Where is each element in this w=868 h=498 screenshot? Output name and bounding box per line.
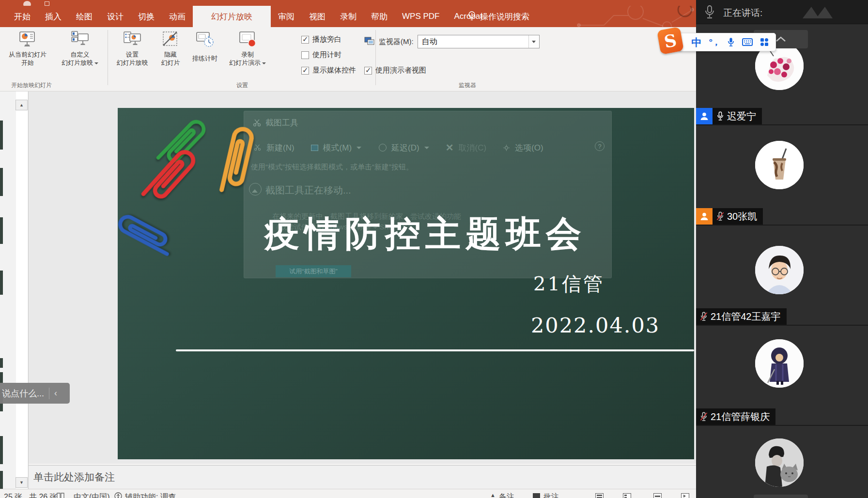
participant-tile[interactable]: 21信管薛银庆	[696, 325, 868, 425]
cancel-x-icon: ✕	[446, 142, 454, 153]
slide-title: 疫情防控主题班会	[234, 211, 617, 258]
tab-review[interactable]: 审阅	[271, 6, 302, 27]
checkbox-label: 显示媒体控件	[312, 66, 356, 75]
speech-input-placeholder[interactable]: 说点什么...	[2, 388, 44, 399]
thumbnail-pane[interactable]: ▲ ▼	[0, 91, 29, 489]
normal-view-icon[interactable]	[595, 493, 604, 498]
snipping-hint-text: 使用“模式”按钮选择截图模式，或单击“新建”按钮。	[251, 163, 413, 172]
show-media-controls-checkbox[interactable]: 显示媒体控件	[301, 66, 356, 75]
accessibility-status[interactable]: 辅助功能: 调查	[125, 492, 176, 498]
host-badge-orange	[696, 208, 713, 225]
title-bar	[0, 0, 696, 6]
record-slideshow-button[interactable]: 录制幻灯片演示	[223, 29, 272, 79]
dropdown-arrow-icon[interactable]	[528, 35, 539, 48]
person-icon	[699, 211, 709, 221]
use-presenter-view-checkbox[interactable]: 使用演示者视图	[364, 66, 426, 75]
button-label: 幻灯片放映	[117, 59, 148, 66]
accessibility-icon	[114, 492, 122, 498]
group-label-start-slideshow: 开始放映幻灯片	[5, 81, 58, 90]
play-narrations-checkbox[interactable]: 播放旁白	[301, 35, 341, 44]
status-bar: 25 张 共 26 张 中文(中国) 辅助功能: 调查 ▲ 备注 批注	[0, 489, 696, 498]
spellcheck-book-icon[interactable]	[56, 492, 65, 498]
tab-animations[interactable]: 动画	[162, 6, 193, 27]
checkbox-icon[interactable]	[364, 67, 372, 75]
ime-mode-chinese[interactable]: 中	[691, 37, 701, 47]
participant-tile[interactable]: 30张凯	[696, 124, 868, 225]
start-from-current-slide-button[interactable]: 从当前幻灯片开始	[3, 29, 52, 79]
snipping-moving-title: 截图工具正在移动...	[265, 184, 351, 197]
ime-keyboard-icon[interactable]	[742, 38, 753, 46]
collapse-chevron-icon[interactable]: ‹	[54, 388, 57, 398]
button-label: 幻灯片	[161, 59, 180, 66]
tab-view[interactable]: 视图	[302, 6, 333, 27]
button-label: 开始	[21, 59, 34, 66]
button-label: 幻灯片演示	[229, 59, 261, 66]
thumbnail-scroll-track[interactable]	[16, 91, 28, 489]
custom-slideshow-icon	[71, 30, 89, 48]
start-from-current-icon	[18, 30, 37, 48]
comments-toggle[interactable]: 批注	[543, 492, 559, 498]
options-button: 选项(O)	[515, 142, 543, 153]
checkbox-icon[interactable]	[301, 51, 309, 59]
mic-muted-icon	[716, 211, 724, 222]
quick-access-save-icon[interactable]	[45, 1, 49, 6]
participant-name: 21信管42王嘉宇	[711, 310, 781, 323]
slide-sorter-view-icon[interactable]	[623, 493, 631, 498]
tab-transitions[interactable]: 切换	[131, 6, 162, 27]
screen: 开始 插入 绘图 设计 切换 动画 幻灯片放映 审阅 视图 录制 帮助 WPS …	[0, 0, 868, 498]
rehearse-timings-button[interactable]: 排练计时	[188, 29, 222, 79]
reading-view-icon[interactable]	[653, 493, 662, 498]
sogou-logo-icon[interactable]: S	[657, 27, 684, 55]
notes-toggle-arrow-icon[interactable]: ▲	[490, 492, 496, 498]
notes-placeholder[interactable]: 单击此处添加备注	[33, 470, 115, 484]
scroll-up-arrow[interactable]: ▲	[16, 100, 28, 110]
thumbnail-edge	[0, 121, 3, 150]
slide-canvas[interactable]: 截图工具 新建(N) 模式(M) 延迟(D) ✕	[118, 108, 694, 459]
checkbox-icon[interactable]	[301, 36, 309, 44]
speech-input-bubble[interactable]: 说点什么... ‹	[0, 383, 70, 404]
ime-punctuation-icon[interactable]: °，	[709, 36, 720, 48]
tab-design[interactable]: 设计	[100, 6, 131, 27]
slide-subtitle-class: 21信管	[533, 271, 604, 297]
scroll-down-tiles-button[interactable]	[754, 495, 808, 498]
slideshow-view-icon[interactable]	[681, 493, 689, 498]
tell-me-search[interactable]: 操作说明搜索	[467, 6, 529, 27]
checkbox-icon[interactable]	[301, 67, 309, 75]
tab-record[interactable]: 录制	[333, 6, 364, 27]
tab-slideshow[interactable]: 幻灯片放映	[193, 6, 271, 27]
speaking-label: 正在讲话:	[723, 7, 762, 19]
bubble-divider	[49, 388, 49, 399]
hide-slide-button[interactable]: 隐藏幻灯片	[155, 29, 186, 79]
participant-tile[interactable]: 21信管42王嘉宇	[696, 225, 868, 325]
tab-home[interactable]: 开始	[7, 6, 38, 27]
button-label: 隐藏	[164, 51, 177, 58]
tab-draw[interactable]: 绘图	[69, 6, 100, 27]
language-status[interactable]: 中文(中国)	[74, 492, 110, 498]
ime-toolbox-icon[interactable]	[760, 38, 769, 46]
use-timings-checkbox[interactable]: 使用计时	[301, 50, 341, 60]
scroll-down-arrow[interactable]: ▼	[16, 477, 28, 488]
notes-toggle[interactable]: 备注	[499, 492, 514, 498]
checkbox-label: 使用计时	[312, 50, 341, 60]
monitor-dropdown[interactable]: 自动	[418, 35, 540, 48]
ime-voice-icon[interactable]	[727, 37, 735, 47]
tab-insert[interactable]: 插入	[38, 6, 69, 27]
record-slideshow-icon	[238, 30, 257, 48]
custom-slideshow-button[interactable]: 自定义幻灯片放映	[54, 29, 106, 79]
avatar	[755, 339, 804, 388]
avatar-cartoon-boy	[755, 246, 804, 294]
mode-button: 模式(M)	[323, 142, 352, 153]
set-up-slideshow-button[interactable]: 设置幻灯片放映	[110, 29, 154, 79]
lightbulb-icon	[467, 11, 476, 22]
search-label: 操作说明搜索	[480, 11, 529, 22]
slide-number: 25 张	[4, 492, 22, 498]
tab-help[interactable]: 帮助	[364, 6, 395, 27]
slide-total: 共 26 张	[29, 492, 58, 498]
participant-tile[interactable]	[696, 425, 868, 498]
notes-pane[interactable]: 单击此处添加备注	[29, 465, 696, 489]
thumbnail-edge	[0, 168, 3, 196]
tab-wps-pdf[interactable]: WPS PDF	[395, 6, 447, 27]
mic-muted-icon	[700, 311, 708, 322]
button-label: 自定义	[71, 51, 90, 58]
delay-button: 延迟(D)	[391, 142, 419, 153]
